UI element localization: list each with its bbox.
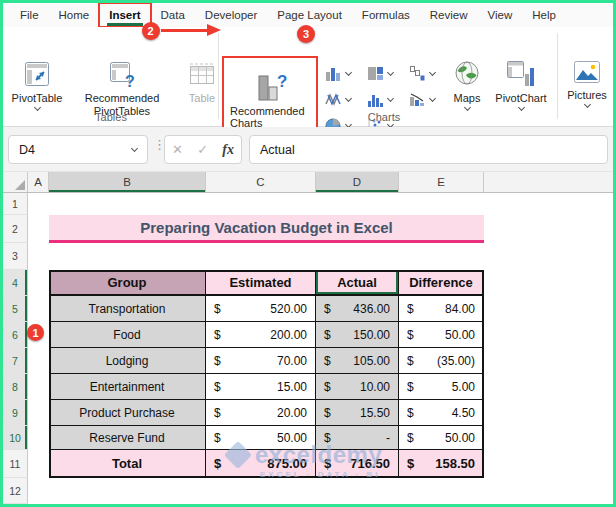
actual-cell[interactable]: $150.00	[316, 322, 399, 348]
row-header-2[interactable]: 2	[3, 215, 28, 243]
cell-a5[interactable]	[28, 296, 49, 322]
column-chart-button[interactable]	[325, 65, 367, 82]
row-header-4[interactable]: 4	[3, 270, 28, 296]
column-header-b[interactable]: B	[49, 172, 206, 193]
select-all-icon	[15, 180, 25, 190]
row-header-9[interactable]: 9	[3, 400, 28, 426]
row-header-11[interactable]: 11	[3, 450, 28, 478]
tab-review[interactable]: Review	[420, 3, 478, 27]
row-header-3[interactable]: 3	[3, 243, 28, 270]
waterfall-chart-icon	[409, 65, 426, 82]
sheet-title-cell[interactable]: Preparing Vacation Budget in Excel	[49, 215, 484, 243]
row-header-5[interactable]: 5	[3, 296, 28, 322]
pictures-button[interactable]: Pictures	[563, 60, 611, 107]
tab-help[interactable]: Help	[522, 3, 566, 27]
estimated-cell[interactable]: $15.00	[206, 374, 316, 400]
cell-a10[interactable]	[28, 426, 49, 450]
column-header-e[interactable]: E	[399, 172, 484, 193]
tab-data[interactable]: Data	[151, 3, 195, 27]
amount: (35.00)	[437, 354, 475, 368]
row-header-7[interactable]: 7	[3, 348, 28, 374]
group-cell[interactable]: Product Purchase	[49, 400, 206, 426]
row-header-12[interactable]: 12	[3, 478, 28, 504]
tab-file[interactable]: File	[10, 3, 49, 27]
pivottable-button[interactable]: PivotTable	[10, 60, 64, 118]
tab-page-layout[interactable]: Page Layout	[267, 3, 352, 27]
formula-input[interactable]: Actual	[249, 135, 608, 164]
pivotchart-button[interactable]: PivotChart	[492, 60, 550, 110]
header-cell-actual-active[interactable]: Actual	[316, 270, 399, 296]
total-actual-cell[interactable]: $716.50	[316, 450, 399, 478]
cell-a3[interactable]	[28, 243, 49, 270]
cell-a7[interactable]	[28, 348, 49, 374]
currency-symbol: $	[214, 328, 221, 342]
line-chart-button[interactable]	[325, 91, 367, 108]
group-cell[interactable]: Entertainment	[49, 374, 206, 400]
difference-cell[interactable]: $(35.00)	[399, 348, 484, 374]
amount: 200.00	[270, 328, 307, 342]
total-label-cell[interactable]: Total	[49, 450, 206, 478]
column-header-d[interactable]: D	[316, 172, 399, 193]
estimated-cell[interactable]: $520.00	[206, 296, 316, 322]
cell-a9[interactable]	[28, 400, 49, 426]
estimated-cell[interactable]: $200.00	[206, 322, 316, 348]
currency-symbol: $	[214, 380, 221, 394]
estimated-cell[interactable]: $50.00	[206, 426, 316, 450]
header-cell-difference[interactable]: Difference	[399, 270, 484, 296]
actual-cell[interactable]: $436.00	[316, 296, 399, 322]
tab-developer[interactable]: Developer	[195, 3, 267, 27]
difference-cell[interactable]: $5.00	[399, 374, 484, 400]
difference-cell[interactable]: $50.00	[399, 322, 484, 348]
difference-cell[interactable]: $84.00	[399, 296, 484, 322]
tab-insert[interactable]: Insert2	[99, 3, 150, 27]
maps-button[interactable]: Maps	[446, 60, 488, 110]
combo-chart-button[interactable]	[409, 91, 451, 108]
actual-cell[interactable]: $15.50	[316, 400, 399, 426]
cell-a11[interactable]	[28, 450, 49, 478]
column-header-a[interactable]: A	[28, 172, 49, 193]
chevron-down-icon	[517, 104, 524, 111]
insert-function-icon[interactable]: fx	[222, 142, 234, 158]
group-cell[interactable]: Food	[49, 322, 206, 348]
waterfall-chart-button[interactable]	[409, 65, 451, 82]
header-cell-estimated[interactable]: Estimated	[206, 270, 316, 296]
tab-home[interactable]: Home	[49, 3, 100, 27]
cell-a12[interactable]	[28, 478, 49, 504]
header-cell-group[interactable]: Group	[49, 270, 206, 296]
column-header-c[interactable]: C	[206, 172, 316, 193]
sheet-row-1: 1	[3, 193, 616, 215]
recommended-pivottables-button[interactable]: ? Recommended PivotTables	[70, 60, 174, 118]
currency-symbol: $	[407, 328, 414, 342]
enter-icon[interactable]: ✓	[197, 142, 208, 157]
estimated-cell[interactable]: $70.00	[206, 348, 316, 374]
cell-a8[interactable]	[28, 374, 49, 400]
estimated-cell[interactable]: $20.00	[206, 400, 316, 426]
select-all-button[interactable]	[3, 172, 28, 193]
actual-cell[interactable]: $105.00	[316, 348, 399, 374]
group-cell[interactable]: Lodging	[49, 348, 206, 374]
hierarchy-chart-button[interactable]	[367, 65, 409, 82]
row-header-1[interactable]: 1	[3, 193, 28, 215]
histogram-chart-button[interactable]	[367, 91, 409, 108]
actual-cell[interactable]: $-	[316, 426, 399, 450]
group-cell[interactable]: Reserve Fund	[49, 426, 206, 450]
actual-cell[interactable]: $10.00	[316, 374, 399, 400]
maps-icon	[453, 60, 481, 90]
row-header-6[interactable]: 6	[3, 322, 28, 348]
currency-symbol: $	[407, 406, 414, 420]
difference-cell[interactable]: $50.00	[399, 426, 484, 450]
tab-formulas[interactable]: Formulas	[352, 3, 420, 27]
total-difference-cell[interactable]: $158.50	[399, 450, 484, 478]
total-estimated-cell[interactable]: $875.00	[206, 450, 316, 478]
currency-symbol: $	[324, 431, 331, 445]
group-cell[interactable]: Transportation	[49, 296, 206, 322]
difference-cell[interactable]: $4.50	[399, 400, 484, 426]
tab-view[interactable]: View	[478, 3, 523, 27]
cancel-icon[interactable]: ✕	[172, 142, 183, 157]
cell-a1[interactable]	[28, 193, 49, 215]
row-header-8[interactable]: 8	[3, 374, 28, 400]
cell-a2[interactable]	[28, 215, 49, 243]
cell-a4[interactable]	[28, 270, 49, 296]
row-header-10[interactable]: 10	[3, 426, 28, 450]
name-box[interactable]: D4	[8, 135, 148, 164]
